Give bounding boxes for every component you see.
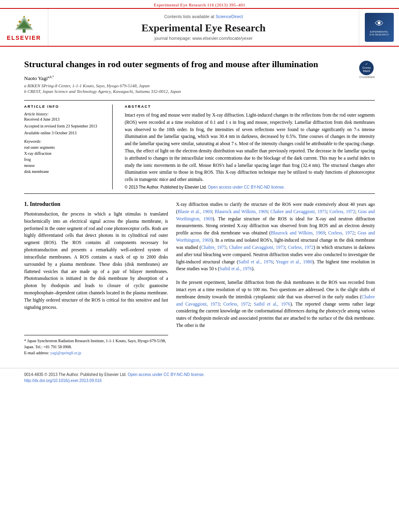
ref-corless2[interactable]: Corless, 1972 <box>328 230 354 235</box>
ref-chabre1[interactable]: Chabre and Cavaggioni, 1973 <box>270 209 327 214</box>
cc-license-link[interactable]: Open access under CC BY-NC-ND license. <box>208 185 285 189</box>
journal-title-area: Contents lists available at ScienceDirec… <box>48 9 359 46</box>
svg-point-7 <box>16 25 18 26</box>
svg-point-6 <box>27 19 29 21</box>
sciencedirect-link[interactable]: ScienceDirect <box>216 14 243 19</box>
journal-logo-text: EXPERIMENTAL EYE RESEARCH <box>370 31 389 36</box>
crossmark-circle: ✓CrossMark <box>359 61 374 75</box>
footnote-area: * Japan Synchrotron Radiation Research I… <box>24 335 168 356</box>
received-date: Received 4 June 2013 <box>24 117 106 121</box>
introduction-paragraph-1: Phototransduction, the process in which … <box>24 211 168 311</box>
footnote-star: * Japan Synchrotron Radiation Research I… <box>24 338 168 350</box>
elsevier-logo: ELSEVIER <box>7 14 41 41</box>
crossmark-badge: ✓CrossMark CrossMark <box>359 61 375 79</box>
article-info-left: ARTICLE INFO Article history: Received 4… <box>24 105 113 189</box>
svg-point-9 <box>23 16 25 17</box>
journal-title: Experimental Eye Research <box>142 22 266 34</box>
footer-bar: 0014-4835 © 2013 The Author. Published b… <box>0 368 399 387</box>
abstract-text: Intact eyes of frog and mouse were studi… <box>125 112 375 183</box>
keyword-2: X-ray diffraction <box>24 150 106 156</box>
article-title: Structural changes in rod outer segments… <box>24 59 375 70</box>
keyword-3: frog <box>24 156 106 162</box>
journal-homepage: journal homepage: www.elsevier.com/locat… <box>154 36 253 41</box>
footer-cc-link[interactable]: Open access under CC BY-NC-ND license. <box>128 372 204 377</box>
ref-chabre3[interactable]: Chabre and Cavaggioni, 1973 <box>229 245 285 250</box>
abstract-heading: ABSTRACT <box>125 105 375 109</box>
ref-blaurock2[interactable]: Blaurock and Wilkins, 1969 <box>271 230 325 235</box>
ref-corless1[interactable]: Corless, 1972 <box>329 209 355 214</box>
journal-citation: Experimental Eye Research 116 (2013) 395… <box>154 2 245 7</box>
introduction-heading: 1. Introduction <box>24 201 168 207</box>
author-superscript: a,b,* <box>48 75 54 79</box>
right-column: X-ray diffraction studies to clarify the… <box>176 201 375 356</box>
journal-logo-area: 👁 EXPERIMENTAL EYE RESEARCH <box>359 9 399 46</box>
crossmark-icon-text: ✓CrossMark <box>362 63 371 73</box>
right-paragraph-1: X-ray diffraction studies to clarify the… <box>176 201 375 273</box>
keyword-1: rod outer segments <box>24 144 106 150</box>
ref-yeager[interactable]: Yeager et al., 1980 <box>276 259 313 264</box>
accepted-date: Accepted in revised form 23 September 20… <box>24 124 106 128</box>
ref-blasie[interactable]: Blasie et al., 1969 <box>178 209 212 214</box>
affiliation-b: b CREST, Japan Science and Technology Ag… <box>24 89 375 94</box>
elsevier-tree-icon <box>12 14 36 34</box>
elsevier-brand-text: ELSEVIER <box>7 35 41 41</box>
history-label: Article history: <box>24 112 106 116</box>
ref-corless3[interactable]: Corless, 1972 <box>288 245 313 250</box>
eye-icon: 👁 <box>375 18 384 29</box>
svg-point-8 <box>29 24 31 25</box>
copyright-note: © 2013 The Author. Published by Elsevier… <box>125 185 375 189</box>
keyword-5: disk membrane <box>24 168 106 175</box>
available-date: Available online 3 October 2013 <box>24 131 106 135</box>
title-section: ✓CrossMark CrossMark Structural changes … <box>24 59 375 70</box>
right-paragraph-2: In the present experiment, lamellar diff… <box>176 279 375 329</box>
ref-corless4[interactable]: Corless, 1972 <box>223 302 250 306</box>
author-name: Naoto Yagia,b,* <box>24 75 375 82</box>
crossmark-label: CrossMark <box>359 75 375 79</box>
main-content: ✓CrossMark CrossMark Structural changes … <box>0 47 399 364</box>
article-info-section: ARTICLE INFO Article history: Received 4… <box>24 100 375 194</box>
footer-text: 0014-4835 © 2013 The Author. Published b… <box>24 372 375 384</box>
contents-label: Contents lists available at ScienceDirec… <box>164 14 243 19</box>
article-info-heading: ARTICLE INFO <box>24 105 106 109</box>
ref-chabre2[interactable]: Chabre, 1975 <box>201 245 226 250</box>
svg-point-5 <box>19 21 21 23</box>
body-content: 1. Introduction Phototransduction, the p… <box>24 201 375 356</box>
ref-saibil3[interactable]: Saibil et al., 1976 <box>254 302 290 306</box>
email-link[interactable]: yagi@spring8.or.jp <box>50 351 81 355</box>
ref-saibil2[interactable]: Saibil et al., 1976 <box>219 266 252 271</box>
journal-header: ELSEVIER Contents lists available at Sci… <box>0 8 399 47</box>
ref-blaurock1[interactable]: Blaurock and Wilkins, 1969 <box>215 209 268 214</box>
journal-logo-box: 👁 EXPERIMENTAL EYE RESEARCH <box>365 13 394 42</box>
top-banner: Experimental Eye Research 116 (2013) 395… <box>0 0 399 8</box>
journal-logo-graphic: 👁 EXPERIMENTAL EYE RESEARCH <box>365 13 394 42</box>
elsevier-logo-area: ELSEVIER <box>0 9 48 46</box>
keyword-4: mouse <box>24 162 106 168</box>
ref-saibil1[interactable]: Saibil et al., 1976 <box>239 259 273 264</box>
keywords-label: Keywords: <box>24 139 106 144</box>
footer-doi-link[interactable]: http://dx.doi.org/10.1016/j.exer.2013.09… <box>24 378 102 383</box>
abstract-section: ABSTRACT Intact eyes of frog and mouse w… <box>121 105 375 189</box>
footnote-email: E-mail address: yagi@spring8.or.jp <box>24 350 168 356</box>
affiliation-a: a RIKEN SPring-8 Center, 1-1-1 Kouto, Sa… <box>24 83 375 88</box>
left-column: 1. Introduction Phototransduction, the p… <box>24 201 168 356</box>
